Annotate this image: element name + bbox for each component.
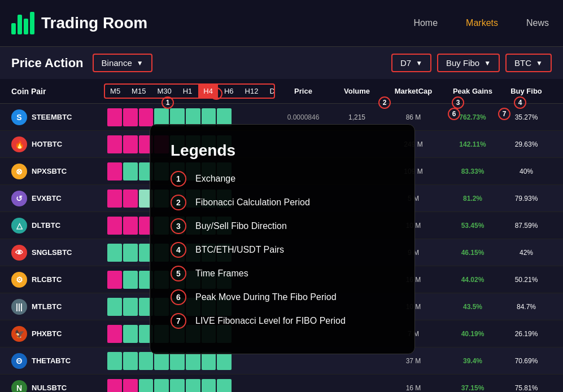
color-cell [123,135,138,153]
price-val [275,384,331,392]
coin-name: SNGLSBTC [32,248,72,257]
coin-icon: S [11,109,27,125]
color-cell [154,379,169,393]
coin-icon: ↺ [11,191,27,206]
peak-gains-val: 142.11% [444,140,501,148]
coin-name: DLTBTC [32,221,60,230]
nav-markets[interactable]: Markets [463,15,501,31]
coin-info: ⚙RLCBTC [11,272,107,288]
header-right-controls: 2 3 4 D7 ▼ Buy Fibo ▼ BTC ▼ [391,54,552,72]
coin-icon: 🦅 [11,326,27,342]
coin-name: NPXSBTC [32,167,67,175]
legend-text: BTC/ETH/USDT Pairs [195,245,284,255]
annotation-6: 6 [448,108,460,120]
coin-info: △DLTBTC [11,218,107,234]
col-header-right: 6 7 Price Volume MarketCap Peak Gains Bu… [275,87,552,95]
chevron-down-icon: ▼ [536,59,543,67]
peak-gains-val: 46.15% [444,249,501,257]
peak-gains-val: 83.33% [444,168,501,175]
color-cells [107,352,232,370]
color-cell [202,379,216,393]
color-cell [217,108,232,126]
legend-item: 3Buy/Sell Fibo Direction [171,218,394,234]
marketcap-val: 16 M [382,384,444,392]
logo-icon [11,12,34,34]
logo-bar-2 [18,15,22,34]
tf-m5[interactable]: M5 [105,85,125,98]
legend-text: Peak Move During The Fibo Period [195,292,337,302]
coin-icon: Θ [11,353,27,369]
chevron-down-icon: ▼ [137,59,143,67]
peak-gains-val: 40.19% [444,330,501,338]
coin-name: NULSBTC [32,384,67,392]
color-cell [107,325,122,343]
tf-h1[interactable]: H1 [178,85,198,98]
annotation-3: 3 [452,96,464,109]
timeframe-tabs: M5 M15 M30 H1 H4 H6 H12 D [104,83,275,99]
nav-news[interactable]: News [523,15,552,31]
coin-icon: 👁 [11,245,27,261]
coin-icon: 🔥 [11,136,27,152]
tf-m15[interactable]: M15 [126,85,151,98]
exchange-dropdown[interactable]: Binance ▼ [93,54,152,72]
color-cell [107,271,122,289]
col-volume-header: Volume [331,87,382,95]
color-cell [107,379,122,393]
col-price-header: Price [275,87,331,95]
peak-gains-val: 53.45% [444,222,501,230]
coin-icon: ⊗ [11,164,27,179]
coin-icon: N [11,380,27,393]
color-cell [186,379,200,393]
pair-dropdown[interactable]: BTC ▼ [505,54,552,72]
peak-gains-val: 44.02% [444,276,501,284]
coin-info: ΘTHETABTC [11,353,107,369]
tf-m30[interactable]: M30 [152,85,176,98]
color-cell [123,325,138,343]
color-cell [123,162,138,180]
tf-h12[interactable]: H12 [240,85,264,98]
buy-fibo-val: 29.63% [501,140,552,148]
logo-bar-1 [11,23,16,34]
tf-h4[interactable]: H4 [198,85,218,98]
color-cell [107,298,122,316]
coin-info: SSTEEMBTC [11,109,107,125]
color-cell [217,352,232,370]
logo-bar-3 [24,19,28,34]
peak-gains-val: 43.5% [444,303,501,311]
coin-name: MTLBTC [32,302,62,311]
logo-bar-4 [30,12,34,34]
legend-item: 6Peak Move During The Fibo Period [171,289,394,305]
annotation-2: 2 [378,96,391,109]
coin-info: ↺EVXBTC [11,191,107,206]
coin-info: NNULSBTC [11,380,107,393]
direction-dropdown[interactable]: Buy Fibo ▼ [437,54,500,72]
buy-fibo-val: 87.59% [501,222,552,230]
coin-name: THETABTC [32,356,71,365]
price-val: 0.0000846 [275,113,331,121]
col-coin-pair: Coin Pair [11,87,104,96]
coin-name: STEEMBTC [32,113,72,121]
tf-h6[interactable]: H6 [219,85,239,98]
tf-d[interactable]: D [264,85,275,98]
color-cell [139,352,154,370]
color-cell [186,108,200,126]
coin-info: ⊗NPXSBTC [11,164,107,179]
legend-text: Time Frames [195,268,248,279]
legend-title: Legends [171,142,394,160]
coin-info: 👁SNGLSBTC [11,245,107,261]
volume-val [331,357,382,365]
buy-fibo-val: 84.7% [501,303,552,311]
table-row[interactable]: NNULSBTC16 M37.15%75.81% [0,375,563,392]
coin-info: |||MTLBTC [11,299,107,315]
color-cell [202,352,216,370]
legend-text: Buy/Sell Fibo Direction [195,221,287,231]
legend-text: Fibonacci Calculation Period [195,197,310,208]
legend-items: 1Exchange2Fibonacci Calculation Period3B… [171,171,394,329]
color-cell [123,271,138,289]
nav-home[interactable]: Home [411,15,440,31]
legend-number: 3 [171,218,186,234]
color-cell [123,217,138,235]
color-cell [123,244,138,262]
coin-icon: ||| [11,299,27,315]
period-dropdown[interactable]: D7 ▼ [391,54,431,72]
